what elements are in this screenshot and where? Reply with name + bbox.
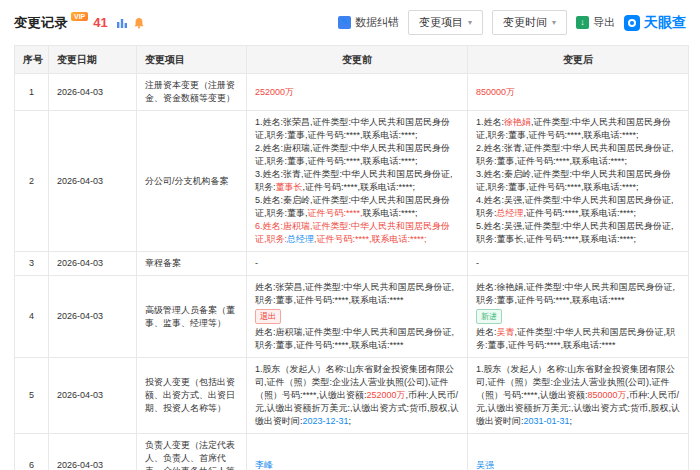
bell-icon[interactable] [132,16,146,30]
entity-link[interactable]: 总经理 [287,234,314,244]
cell-after: - [468,252,689,276]
table-body: 12026-04-03注册资本变更（注册资金、资金数额等变更）252000万85… [15,74,689,470]
cell-change-item: 分公司/分支机构备案 [137,111,247,252]
toolbar: 变更记录 VIP 41 ✎ 数据纠错 变更项目 ▾ 变更时间 ▾ [14,10,686,35]
cell-line: 1.姓名:张荣昌,证件类型:中华人民共和国居民身份证,职务:董事,证件号码:**… [255,116,459,142]
cell-before: - [247,252,468,276]
table-row: 62026-04-03负责人变更（法定代表人、负责人、首席代表、合伙事务执行人等… [15,434,689,470]
export-button[interactable]: ↓ 导出 [576,15,615,30]
cell-line: 退出 [255,307,459,326]
entity-link[interactable]: 吴强 [476,460,494,470]
chevron-down-icon: ▾ [552,18,556,27]
cell-after: 姓名:徐艳娟,证件类型:中华人民共和国居民身份证,职务:董事,证件号码:****… [468,276,689,358]
entity-link[interactable]: 2031-01-31 [524,416,570,426]
text-segment: 姓名:唐积瑞,证件类型:中华人民共和国居民身份证,职务:董事,证件号码:****… [255,327,454,350]
text-segment: ,证件号码:****,联系电话:****; [314,234,427,244]
cell-line: - [255,257,459,270]
cell-line: 1.股东（发起人）名称:山东省财金投资集团有限公司,证件（照）类型:企业法人营业… [255,363,459,428]
text-segment: 联系电话:****; [363,208,418,218]
text-segment: 总经理 [497,208,524,218]
text-segment: ,证件号码:****,联系电话:****; [303,182,416,192]
column-header: 变更日期 [49,46,137,74]
table-row: 42026-04-03高级管理人员备案（董事、监事、经理等）姓名:张荣昌,证件类… [15,276,689,358]
text-segment: 姓名: [476,327,497,337]
chart-icon[interactable] [115,16,129,30]
toolbar-right: ✎ 数据纠错 变更项目 ▾ 变更时间 ▾ ↓ 导出 天眼查 [338,10,686,35]
text-segment: 252000万 [255,87,294,97]
table-head-row: 序号变更日期变更项目变更前变更后 [15,46,689,74]
cell-line: 1.姓名:徐艳娟,证件类型:中华人民共和国居民身份证,职务:董事,证件号码:**… [476,116,680,142]
new-tag: 新进 [476,309,502,324]
cell-change-item: 章程备案 [137,252,247,276]
cell-line: 6.姓名:唐积瑞,证件类型:中华人民共和国居民身份证,职务:总经理,证件号码:*… [255,220,459,246]
table-row: 22026-04-03分公司/分支机构备案1.姓名:张荣昌,证件类型:中华人民共… [15,111,689,252]
cell-change-date: 2026-04-03 [49,434,137,470]
vip-badge: VIP [71,12,88,21]
cell-after: 吴强 [468,434,689,470]
text-segment: - [255,258,258,268]
change-records-page: 变更记录 VIP 41 ✎ 数据纠错 变更项目 ▾ 变更时间 ▾ [0,0,700,470]
cell-before: 姓名:张荣昌,证件类型:中华人民共和国居民身份证,职务:董事,证件号码:****… [247,276,468,358]
cell-line: 2.姓名:张青,证件类型:中华人民共和国居民身份证,职务:董事,证件号码:***… [476,142,680,168]
data-correction-label: 数据纠错 [355,15,399,30]
text-segment: 2.姓名:唐积瑞,证件类型:中华人民共和国居民身份证,职务:董事,证件号码:**… [255,143,450,166]
cell-change-date: 2026-04-03 [49,276,137,358]
cell-before: 252000万 [247,74,468,111]
cell-line: 850000万 [476,86,680,99]
change-project-dropdown[interactable]: 变更项目 ▾ [408,10,483,35]
text-segment: 850000万 [588,390,627,400]
exit-tag: 退出 [255,309,281,324]
column-header: 序号 [15,46,49,74]
cell-after: 1.股东（发起人）名称:山东省财金投资集团有限公司,证件（照）类型:企业法人营业… [468,358,689,434]
cell-after: 1.姓名:徐艳娟,证件类型:中华人民共和国居民身份证,职务:董事,证件号码:**… [468,111,689,252]
cell-line: 3.姓名:秦启岭,证件类型:中华人民共和国居民身份证,职务:董事,证件号码:**… [476,168,680,194]
cell-line: 4.姓名:吴强,证件类型:中华人民共和国居民身份证,职务:总经理,证件号码:**… [476,194,680,220]
data-correction-button[interactable]: ✎ 数据纠错 [338,15,399,30]
text-segment: 姓名:张荣昌,证件类型:中华人民共和国居民身份证,职务:董事,证件号码:****… [255,282,454,305]
cell-line: 3.姓名:张青,证件类型:中华人民共和国居民身份证,职务:董事长,证件号码:**… [255,168,459,194]
export-icon: ↓ [576,16,589,29]
text-segment: 2.姓名:张青,证件类型:中华人民共和国居民身份证,职务:董事,证件号码:***… [476,143,674,166]
cell-index: 2 [15,111,49,252]
cell-line: 1.股东（发起人）名称:山东省财金投资集团有限公司,证件（照）类型:企业法人营业… [476,363,680,428]
cell-index: 4 [15,276,49,358]
cell-change-item: 负责人变更（法定代表人、负责人、首席代表、合伙事务执行人等变更） [137,434,247,470]
cell-line: 5.姓名:吴强,证件类型:中华人民共和国居民身份证,职务:董事长,证件号码:**… [476,220,680,246]
cell-before: 1.姓名:张荣昌,证件类型:中华人民共和国居民身份证,职务:董事,证件号码:**… [247,111,468,252]
cell-change-item: 高级管理人员备案（董事、监事、经理等） [137,276,247,358]
text-segment: 徐艳娟 [504,117,531,127]
cell-change-date: 2026-04-03 [49,74,137,111]
cell-line: 李峰 [255,459,459,470]
column-header: 变更后 [468,46,689,74]
text-segment: 252000万 [367,390,406,400]
cell-line: - [476,257,680,270]
cell-line: 姓名:唐积瑞,证件类型:中华人民共和国居民身份证,职务:董事,证件号码:****… [255,326,459,352]
text-segment: ; [570,416,573,426]
text-segment: ,证件号码:****,联系电话:****; [524,208,637,218]
cell-after: 850000万 [468,74,689,111]
cell-change-date: 2026-04-03 [49,111,137,252]
cell-line: 新进 [476,307,680,326]
text-segment: 5.姓名:吴强,证件类型:中华人民共和国居民身份证,职务:董事长,证件号码:**… [476,221,674,244]
cell-change-date: 2026-04-03 [49,252,137,276]
change-project-label: 变更项目 [419,15,463,30]
cell-change-item: 注册资本变更（注册资金、资金数额等变更） [137,74,247,111]
cell-line: 2.姓名:唐积瑞,证件类型:中华人民共和国居民身份证,职务:董事,证件号码:**… [255,142,459,168]
cell-index: 5 [15,358,49,434]
text-segment: 1.姓名: [476,117,504,127]
cell-index: 1 [15,74,49,111]
entity-link[interactable]: 李峰 [255,460,273,470]
text-segment: 1.姓名:张荣昌,证件类型:中华人民共和国居民身份证,职务:董事,证件号码:**… [255,117,450,140]
chevron-down-icon: ▾ [468,18,472,27]
export-label: 导出 [593,15,615,30]
correction-pencil-icon: ✎ [338,16,351,29]
change-time-dropdown[interactable]: 变更时间 ▾ [492,10,567,35]
page-title: 变更记录 [14,14,68,32]
text-segment: 姓名:徐艳娟,证件类型:中华人民共和国居民身份证,职务:董事,证件号码:****… [476,282,675,305]
table-row: 12026-04-03注册资本变更（注册资金、资金数额等变更）252000万85… [15,74,689,111]
text-segment: 证件号码:****, [308,208,363,218]
entity-link[interactable]: 2023-12-31 [303,416,349,426]
text-segment: 3.姓名:秦启岭,证件类型:中华人民共和国居民身份证,职务:董事,证件号码:**… [476,169,671,192]
cell-line: 吴强 [476,459,680,470]
text-segment: ; [349,416,352,426]
